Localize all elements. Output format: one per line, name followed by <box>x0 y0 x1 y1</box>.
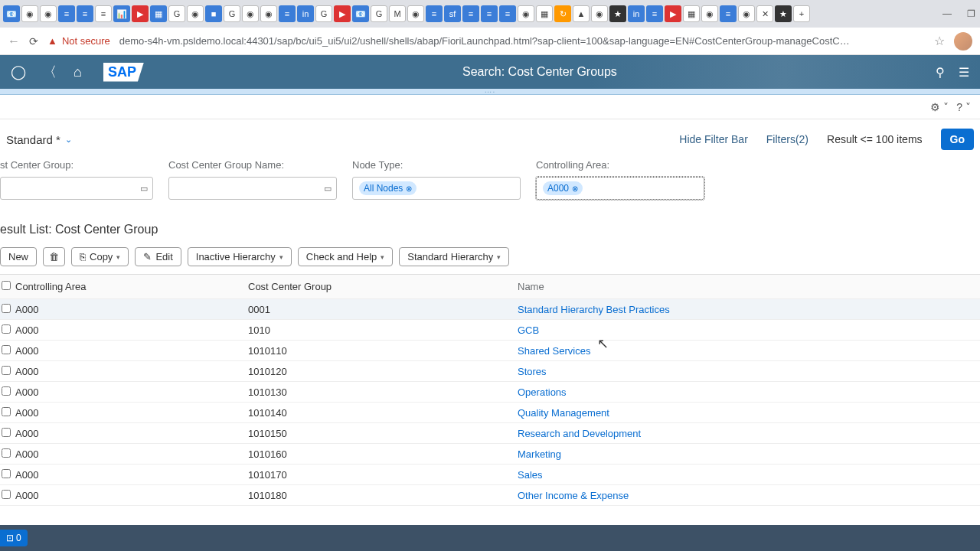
tab-icon[interactable]: ◉ <box>242 5 259 22</box>
tab-icon[interactable]: ≡ <box>279 5 296 22</box>
filter-token-node-type[interactable]: All Nodes ⊗ <box>359 181 416 195</box>
tab-icon[interactable]: ▦ <box>536 5 553 22</box>
tab-icon[interactable]: ≡ <box>95 5 112 22</box>
column-header-controlling-area[interactable]: Controlling Area <box>14 281 248 292</box>
value-help-icon[interactable]: ▭ <box>324 184 332 194</box>
tab-icon[interactable]: ≡ <box>77 5 93 22</box>
cost-center-group-name-input[interactable]: ▭ <box>168 177 337 200</box>
table-row[interactable]: A0001010120Stores <box>0 361 980 382</box>
profile-avatar[interactable] <box>954 32 972 51</box>
check-and-help-button[interactable]: Check and Help▾ <box>298 247 394 266</box>
cell-name-link[interactable]: Marketing <box>518 448 980 460</box>
tab-icon[interactable]: ◉ <box>701 5 718 22</box>
tab-icon[interactable]: ≡ <box>720 5 737 22</box>
new-button[interactable]: New <box>0 247 37 266</box>
tab-icon[interactable]: ≡ <box>481 5 498 22</box>
tab-icon[interactable]: 📊 <box>113 5 130 22</box>
home-icon[interactable]: ⌂ <box>74 64 82 80</box>
tab-icon[interactable]: G <box>168 5 185 22</box>
column-header-group[interactable]: Cost Center Group <box>248 281 518 292</box>
token-remove-icon[interactable]: ⊗ <box>572 184 578 193</box>
variant-selector[interactable]: Standard * ⌄ <box>6 133 72 146</box>
tab-icon[interactable]: ▦ <box>683 5 700 22</box>
go-button[interactable]: Go <box>941 129 974 150</box>
back-icon[interactable]: 〈 <box>43 63 57 81</box>
expand-collapse-handle[interactable] <box>0 89 980 95</box>
tab-icon[interactable]: ≡ <box>499 5 516 22</box>
tab-icon[interactable]: ≡ <box>58 5 75 22</box>
tab-icon[interactable]: ≡ <box>646 5 663 22</box>
table-row[interactable]: A0001010170Sales <box>0 465 980 485</box>
cell-name-link[interactable]: Sales <box>518 469 980 481</box>
value-help-icon[interactable]: ▭ <box>140 184 148 194</box>
table-row[interactable]: A0001010180Other Income & Expense <box>0 485 980 506</box>
table-row[interactable]: A0001010140Quality Management <box>0 403 980 423</box>
tab-icon[interactable]: ▶ <box>665 5 681 22</box>
cost-center-group-input[interactable]: ▭ <box>0 177 153 200</box>
tab-icon[interactable]: ◉ <box>591 5 608 22</box>
tab-icon[interactable]: 📧 <box>3 5 20 22</box>
tab-icon[interactable]: ≡ <box>426 5 443 22</box>
tab-icon[interactable]: ■ <box>205 5 222 22</box>
url-text[interactable]: demo-s4h-vm.psldemo.local:44301/sap/bc/u… <box>119 35 925 47</box>
tab-icon[interactable]: in <box>297 5 314 22</box>
tab-icon[interactable]: M <box>389 5 406 22</box>
new-tab-button[interactable]: + <box>793 5 810 22</box>
row-checkbox[interactable] <box>2 386 11 396</box>
cell-name-link[interactable]: Quality Management <box>518 407 980 419</box>
tab-icon[interactable]: in <box>628 5 645 22</box>
tab-icon[interactable]: ◉ <box>518 5 534 22</box>
cell-name-link[interactable]: Stores <box>518 366 980 377</box>
copy-button[interactable]: ⎘Copy▾ <box>71 247 129 266</box>
tab-icon[interactable]: ★ <box>609 5 626 22</box>
cell-name-link[interactable]: Research and Development <box>518 428 980 439</box>
tab-icon[interactable]: G <box>224 5 240 22</box>
standard-hierarchy-button[interactable]: Standard Hierarchy▾ <box>399 247 509 266</box>
message-badge[interactable]: ⊡ 0 <box>0 530 28 546</box>
row-checkbox[interactable] <box>2 490 11 499</box>
tab-icon[interactable]: ◉ <box>21 5 38 22</box>
tab-icon[interactable]: ◉ <box>407 5 424 22</box>
column-header-name[interactable]: Name <box>518 281 980 292</box>
tab-active[interactable]: ✕ <box>756 5 773 22</box>
row-checkbox[interactable] <box>2 324 11 334</box>
row-checkbox[interactable] <box>2 428 11 437</box>
row-checkbox[interactable] <box>2 304 11 313</box>
controlling-area-input[interactable]: A000 ⊗ <box>536 177 704 200</box>
tab-icon[interactable]: ↻ <box>554 5 571 22</box>
token-remove-icon[interactable]: ⊗ <box>406 184 412 193</box>
row-checkbox[interactable] <box>2 448 11 458</box>
filter-token-controlling-area[interactable]: A000 ⊗ <box>543 181 583 195</box>
tab-icon[interactable]: sf <box>444 5 461 22</box>
node-type-input[interactable]: All Nodes ⊗ <box>352 177 521 200</box>
tab-icon[interactable]: ◉ <box>738 5 755 22</box>
row-checkbox[interactable] <box>2 469 11 478</box>
help-icon[interactable]: ? ˅ <box>956 101 971 113</box>
tab-icon[interactable]: ≡ <box>462 5 479 22</box>
tab-icon[interactable]: G <box>371 5 387 22</box>
row-checkbox[interactable] <box>2 366 11 375</box>
edit-button[interactable]: ✎Edit <box>135 247 181 266</box>
tab-icon[interactable]: ★ <box>775 5 792 22</box>
table-row[interactable]: A0001010110Shared Services <box>0 341 980 361</box>
cell-name-link[interactable]: Standard Hierarchy Best Practices <box>518 304 980 315</box>
tab-icon[interactable]: G <box>315 5 332 22</box>
minimize-icon[interactable]: — <box>942 8 952 19</box>
tab-icon[interactable]: ◉ <box>187 5 204 22</box>
tab-icon[interactable]: ◉ <box>260 5 277 22</box>
tab-icon[interactable]: ▦ <box>150 5 167 22</box>
inactive-hierarchy-button[interactable]: Inactive Hierarchy▾ <box>188 247 292 266</box>
maximize-icon[interactable]: ❐ <box>967 8 975 19</box>
filters-link[interactable]: Filters(2) <box>766 133 808 145</box>
cell-name-link[interactable]: Other Income & Expense <box>518 490 980 501</box>
table-row[interactable]: A0001010160Marketing <box>0 444 980 465</box>
row-checkbox[interactable] <box>2 345 11 354</box>
bookmark-icon[interactable]: ☆ <box>934 34 945 48</box>
tab-icon[interactable]: ◉ <box>40 5 57 22</box>
row-checkbox[interactable] <box>2 407 11 416</box>
tab-icon[interactable]: ▲ <box>573 5 590 22</box>
hide-filter-bar-link[interactable]: Hide Filter Bar <box>679 133 747 145</box>
tab-icon[interactable]: ▶ <box>132 5 149 22</box>
table-row[interactable]: A0001010130Operations <box>0 382 980 403</box>
tab-icon[interactable]: ▶ <box>334 5 351 22</box>
